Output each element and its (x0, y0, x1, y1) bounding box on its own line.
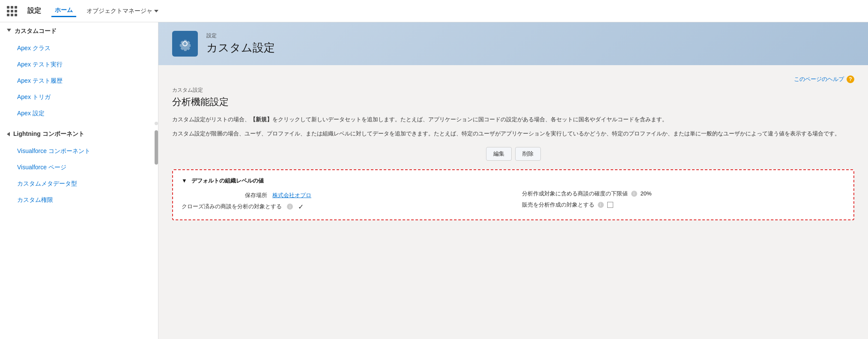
sidebar-item-apex-trigger[interactable]: Apex トリガ (0, 89, 158, 105)
bold-new: 【新規】 (250, 116, 272, 123)
content-header: 設定 カスタム設定 (158, 22, 868, 65)
value-location[interactable]: 株式会社オプロ (272, 192, 311, 199)
edit-button[interactable]: 編集 (486, 147, 512, 161)
sidebar-section-label-lightning: Lightning コンポーネント (13, 130, 84, 138)
page-help-link[interactable]: このページのヘルプ (794, 75, 844, 83)
info-icon-probability[interactable]: i (631, 191, 637, 197)
sidebar-section-custom-code: カスタムコード Apex クラス Apex テスト実行 Apex テスト履歴 A… (0, 22, 158, 125)
sidebar-item-custom-permissions[interactable]: カスタム権限 (0, 192, 158, 208)
content-body: このページのヘルプ ? カスタム設定 分析機能設定 カスタム設定がリストの場合、… (158, 65, 868, 231)
dashed-section-title: デフォルトの組織レベルの値 (191, 177, 264, 185)
dashed-section: ▼ デフォルトの組織レベルの値 保存場所 株式会社オプロ クロー (172, 169, 854, 220)
sidebar: カスタムコード Apex クラス Apex テスト実行 Apex テスト履歴 A… (0, 22, 158, 339)
sidebar-scrollbar-thumb (155, 130, 158, 165)
dashed-data-area: 保存場所 株式会社オプロ クローズ済みの商談を分析の対象とする i ✓ (182, 190, 845, 213)
checkbox-sales[interactable] (607, 202, 613, 208)
sidebar-item-apex-settings[interactable]: Apex 設定 (0, 105, 158, 122)
label-location: 保存場所 (182, 192, 267, 199)
content-area: 設定 カスタム設定 このページのヘルプ ? カスタム設定 分析機能設定 カスタム… (158, 22, 868, 339)
header-title: カスタム設定 (206, 40, 275, 55)
info-icon-sales[interactable]: i (598, 202, 604, 208)
gear-icon (177, 36, 193, 51)
tab-home[interactable]: ホーム (51, 5, 76, 17)
sidebar-item-visualforce-component[interactable]: Visualforce コンポーネント (0, 143, 158, 159)
help-icon[interactable]: ? (847, 75, 854, 83)
label-sales: 販売を分析作成の対象とする (522, 201, 594, 209)
data-row-location: 保存場所 株式会社オプロ (182, 190, 505, 201)
top-nav: 設定 ホーム オブジェクトマネージャ (0, 0, 868, 22)
button-row: 編集 削除 (172, 147, 854, 161)
description-text-2: カスタム設定が階層の場合、ユーザ、プロファイル、または組織レベルに対してデータを… (172, 129, 854, 138)
sidebar-section-label-custom-code: カスタムコード (15, 27, 57, 35)
breadcrumb: カスタム設定 (172, 87, 854, 94)
right-row-sales: 販売を分析作成の対象とする i (522, 201, 845, 209)
main-layout: カスタムコード Apex クラス Apex テスト実行 Apex テスト履歴 A… (0, 22, 868, 339)
right-row-probability: 分析作成対象に含める商談の確度の下限値 i 20% (522, 190, 845, 198)
left-data-col: 保存場所 株式会社オプロ クローズ済みの商談を分析の対象とする i ✓ (182, 190, 505, 213)
sidebar-chevron-custom-code (7, 29, 11, 34)
page-help-row: このページのヘルプ ? (172, 75, 854, 83)
sidebar-section-header-custom-code[interactable]: カスタムコード (0, 22, 158, 40)
right-data-col: 分析作成対象に含める商談の確度の下限値 i 20% 販売を分析作成の対象とする … (522, 190, 845, 213)
tab-object-manager[interactable]: オブジェクトマネージャ (87, 7, 158, 15)
header-text-block: 設定 カスタム設定 (206, 32, 275, 55)
sidebar-item-custom-metadata[interactable]: カスタムメタデータ型 (0, 176, 158, 192)
info-icon-closed[interactable]: i (287, 204, 293, 210)
sidebar-item-apex-test-history[interactable]: Apex テスト履歴 (0, 73, 158, 89)
sidebar-chevron-lightning (7, 132, 10, 136)
chevron-down-icon (154, 10, 158, 12)
header-subtitle: 設定 (206, 32, 275, 39)
sidebar-items-custom-code: Apex クラス Apex テスト実行 Apex テスト履歴 Apex トリガ … (0, 40, 158, 125)
section-title: 分析機能設定 (172, 96, 854, 108)
sidebar-scrollbar[interactable] (155, 122, 158, 125)
sidebar-item-visualforce-page[interactable]: Visualforce ページ (0, 159, 158, 176)
description-text-1: カスタム設定がリストの場合、【新規】をクリックして新しいデータセットを追加します… (172, 115, 854, 124)
dashed-section-header: ▼ デフォルトの組織レベルの値 (182, 177, 845, 185)
label-closed-deals: クローズ済みの商談を分析の対象とする (182, 203, 282, 210)
delete-button[interactable]: 削除 (515, 147, 541, 161)
sidebar-item-apex-class[interactable]: Apex クラス (0, 40, 158, 57)
data-row-closed-deals: クローズ済みの商談を分析の対象とする i ✓ (182, 201, 505, 213)
app-title: 設定 (27, 6, 41, 15)
value-probability: 20% (641, 190, 652, 197)
gear-icon-box (172, 31, 198, 57)
value-closed-deals: ✓ (298, 203, 304, 211)
app-switcher-icon[interactable] (7, 6, 17, 16)
label-probability: 分析作成対象に含める商談の確度の下限値 (522, 190, 628, 198)
section-triangle-icon: ▼ (182, 177, 187, 184)
sidebar-item-apex-test-run[interactable]: Apex テスト実行 (0, 57, 158, 73)
sidebar-section-lightning[interactable]: Lightning コンポーネント (0, 125, 158, 143)
